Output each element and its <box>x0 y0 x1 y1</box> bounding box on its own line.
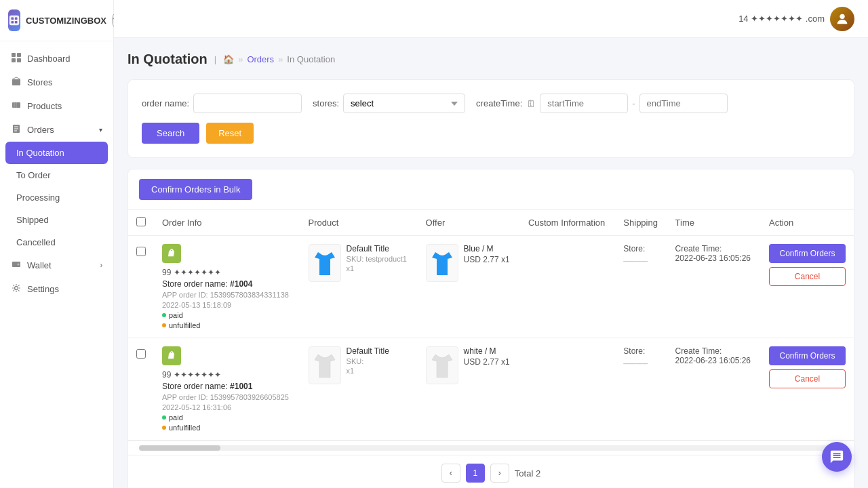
row1-cancel-button[interactable]: Cancel <box>769 267 846 286</box>
row2-offer-image <box>426 346 458 384</box>
horizontal-scrollbar[interactable] <box>128 441 854 455</box>
bulk-confirm-button[interactable]: Confirm Orders in Bulk <box>139 179 252 200</box>
sidebar: CUSTOMIZINGBOX ? Dashboard Stores Produc… <box>0 0 114 488</box>
select-all-checkbox[interactable] <box>136 217 146 226</box>
page-total: Total 2 <box>515 468 540 479</box>
row2-product-qty: x1 <box>347 367 389 375</box>
svg-point-17 <box>15 287 18 290</box>
breadcrumb-orders[interactable]: Orders <box>247 54 274 64</box>
row1-product-sku: SKU: testproduct1 <box>347 255 407 263</box>
row2-badge-status: unfulfilled <box>162 424 292 432</box>
row1-order-number: 99 ✦✦✦✦✦✦✦ <box>162 268 292 277</box>
svg-rect-1 <box>12 18 14 20</box>
row2-app-id: APP order ID: 1539957803926605825 <box>162 393 292 401</box>
sidebar-item-processing[interactable]: Processing <box>0 186 113 209</box>
row2-store-value: —— <box>623 356 658 370</box>
chat-button[interactable] <box>822 442 852 472</box>
order-name-field: order name: <box>142 94 302 113</box>
row2-order-info: 99 ✦✦✦✦✦✦✦ Store order name: #1001 APP o… <box>154 338 300 441</box>
sidebar-item-in-quotation[interactable]: In Quotation <box>5 142 108 164</box>
dashboard-icon <box>11 53 22 64</box>
row2-order-number: 99 ✦✦✦✦✦✦✦ <box>162 370 292 380</box>
row2-create-time: 2022-06-23 16:05:26 <box>675 356 753 365</box>
svg-rect-8 <box>17 58 21 62</box>
end-time-input[interactable] <box>639 94 728 113</box>
sidebar-item-dashboard[interactable]: Dashboard <box>0 47 113 70</box>
svg-point-18 <box>840 14 844 18</box>
svg-rect-0 <box>9 16 19 25</box>
prev-page-button[interactable]: ‹ <box>441 464 460 483</box>
row2-store-name: Store order name: #1001 <box>162 382 292 391</box>
sidebar-item-wallet[interactable]: Wallet › <box>0 253 113 277</box>
row1-product-image <box>309 244 341 282</box>
sidebar-item-cancelled[interactable]: Cancelled <box>0 231 113 253</box>
sidebar-item-label: Orders <box>27 125 54 135</box>
sidebar-item-label: Settings <box>27 284 59 294</box>
breadcrumb-current: In Quotation <box>287 54 335 64</box>
start-time-input[interactable] <box>540 94 628 113</box>
row1-shopify-icon <box>162 244 181 263</box>
row1-create-label: Create Time: <box>675 244 753 253</box>
table-row: 99 ✦✦✦✦✦✦✦ Store order name: #1004 APP o… <box>128 236 854 338</box>
sidebar-item-products[interactable]: Products <box>0 94 113 118</box>
row1-badge-status: unfulfilled <box>162 321 292 329</box>
row2-product-title: Default Title <box>347 346 389 356</box>
wallet-arrow-icon: › <box>100 262 102 269</box>
row1-time: Create Time: 2022-06-23 16:05:26 <box>667 236 761 338</box>
row2-product-image <box>309 346 341 384</box>
order-name-label: order name: <box>142 98 189 108</box>
user-email: 14 ✦✦✦✦✦✦✦ .com <box>738 14 825 24</box>
create-time-field: createTime: 🗓 - <box>476 94 728 113</box>
stores-field: stores: select <box>313 94 465 113</box>
content-area: In Quotation | 🏠 » Orders » In Quotation… <box>114 38 868 488</box>
breadcrumb-sep1: » <box>238 54 243 64</box>
row1-shipping: Store: —— <box>615 236 667 338</box>
row1-checkbox[interactable] <box>136 247 146 256</box>
sidebar-item-label: To Order <box>16 170 51 180</box>
sidebar-item-label: Processing <box>16 192 60 203</box>
row2-custom-info <box>520 338 615 441</box>
svg-rect-9 <box>12 79 20 85</box>
sidebar-item-orders[interactable]: Orders ▾ <box>0 118 113 142</box>
sidebar-item-settings[interactable]: Settings <box>0 277 113 301</box>
sidebar-item-label: Products <box>27 101 62 111</box>
row1-badge-paid: paid <box>162 311 292 319</box>
col-time: Time <box>667 210 761 236</box>
row1-offer-variant: Blue / M <box>464 244 510 253</box>
row2-checkbox[interactable] <box>136 349 146 359</box>
svg-rect-7 <box>12 58 16 62</box>
page-title: In Quotation <box>127 52 208 67</box>
row1-offer-info: Blue / M USD 2.77 x1 <box>464 244 510 264</box>
next-page-button[interactable]: › <box>490 464 509 483</box>
sidebar-item-stores[interactable]: Stores <box>0 70 113 94</box>
search-button[interactable]: Search <box>142 123 199 144</box>
col-shipping: Shipping <box>615 210 667 236</box>
main-content: 14 ✦✦✦✦✦✦✦ .com In Quotation | 🏠 » Order… <box>114 0 868 488</box>
row1-date: 2022-05-13 15:18:09 <box>162 301 292 309</box>
row2-cancel-button[interactable]: Cancel <box>769 369 846 388</box>
row1-status-label: unfulfilled <box>169 321 200 329</box>
row1-product: Default Title SKU: testproduct1 x1 <box>300 236 418 338</box>
row1-product-info: Default Title SKU: testproduct1 x1 <box>347 244 407 272</box>
current-page-button[interactable]: 1 <box>466 464 485 483</box>
breadcrumb: 🏠 » Orders » In Quotation <box>223 54 335 64</box>
row1-store-name: Store order name: #1004 <box>162 279 292 289</box>
settings-icon <box>11 283 22 295</box>
filter-panel: order name: stores: select createTime: 🗓… <box>127 79 854 158</box>
sidebar-nav: Dashboard Stores Products Orders ▾ In Qu… <box>0 41 113 488</box>
home-icon[interactable]: 🏠 <box>223 54 234 64</box>
row2-shipping: Store: —— <box>615 338 667 441</box>
row2-confirm-button[interactable]: Confirm Orders <box>769 346 846 365</box>
row1-product-qty: x1 <box>347 264 407 272</box>
row2-create-label: Create Time: <box>675 346 753 356</box>
reset-button[interactable]: Reset <box>206 123 254 144</box>
row2-paid-dot <box>162 415 166 420</box>
row2-product-info: Default Title SKU: x1 <box>347 346 389 375</box>
sidebar-item-shipped[interactable]: Shipped <box>0 209 113 231</box>
sidebar-item-label: Dashboard <box>27 54 71 64</box>
order-name-input[interactable] <box>193 94 302 113</box>
sidebar-item-to-order[interactable]: To Order <box>0 164 113 186</box>
stores-select[interactable]: select <box>343 94 465 113</box>
filter-actions: Search Reset <box>142 123 840 144</box>
row1-confirm-button[interactable]: Confirm Orders <box>769 244 846 263</box>
